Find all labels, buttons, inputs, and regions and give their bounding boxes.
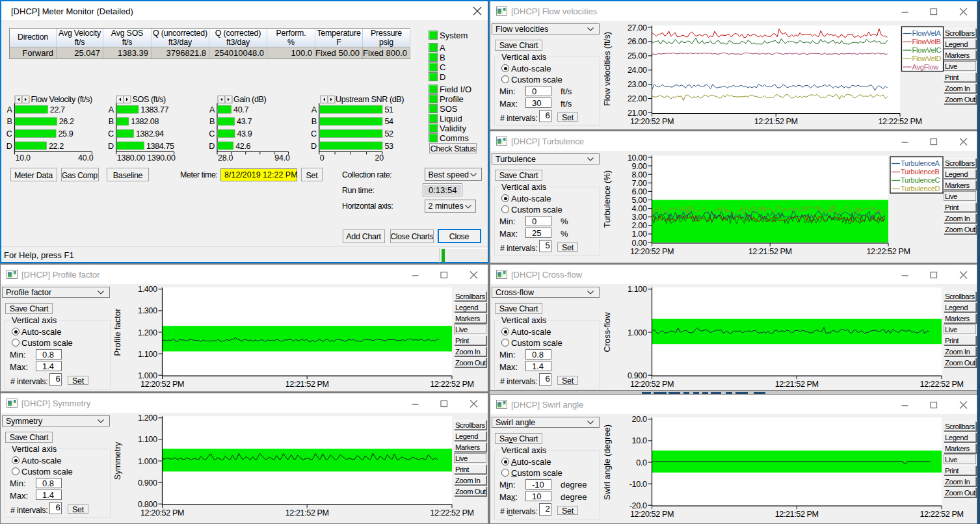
svg-text:1382.08: 1382.08 [131, 117, 159, 126]
svg-text:TurbulenceD: TurbulenceD [901, 185, 940, 192]
svg-text:24.00: 24.00 [628, 66, 647, 75]
svg-text:10.0: 10.0 [632, 436, 647, 445]
svg-text:12:21:52 PM: 12:21:52 PM [775, 510, 819, 519]
svg-text:22.00: 22.00 [628, 94, 647, 103]
svg-text:12:21:52 PM: 12:21:52 PM [775, 380, 819, 389]
svg-text:0.0: 0.0 [636, 458, 647, 467]
svg-text:0.900: 0.900 [628, 371, 647, 380]
svg-text:B: B [311, 117, 317, 126]
svg-text:D: D [7, 142, 12, 151]
svg-text:-10.0: -10.0 [629, 480, 647, 489]
svg-text:C: C [7, 129, 12, 138]
svg-text:C: C [108, 129, 114, 138]
svg-text:1384.75: 1384.75 [146, 142, 174, 151]
svg-text:12:21:52 PM: 12:21:52 PM [754, 117, 798, 126]
svg-text:AvgFlow: AvgFlow [912, 63, 939, 71]
svg-text:22.7: 22.7 [50, 105, 65, 114]
svg-text:12:20:52 PM: 12:20:52 PM [630, 247, 674, 256]
svg-text:0: 0 [320, 153, 324, 163]
svg-text:1.100: 1.100 [628, 285, 647, 294]
svg-text:-20.0: -20.0 [629, 501, 647, 510]
svg-text:0.900: 0.900 [138, 478, 157, 488]
svg-text:12:22:52 PM: 12:22:52 PM [430, 508, 473, 517]
svg-text:1.000: 1.000 [138, 371, 157, 380]
svg-text:D: D [311, 142, 317, 151]
svg-text:1.00: 1.00 [632, 229, 647, 239]
svg-text:12:20:52 PM: 12:20:52 PM [140, 380, 184, 389]
svg-text:25.9: 25.9 [59, 129, 73, 138]
svg-text:12:22:52 PM: 12:22:52 PM [878, 117, 921, 126]
svg-text:27.00: 27.00 [628, 23, 647, 33]
svg-text:8.00: 8.00 [632, 170, 647, 179]
svg-text:23.00: 23.00 [628, 80, 647, 89]
svg-text:D: D [209, 142, 215, 151]
svg-text:FlowVelD: FlowVelD [912, 55, 942, 62]
svg-text:B: B [109, 117, 114, 126]
svg-text:A: A [7, 105, 13, 114]
svg-text:6.00: 6.00 [632, 187, 647, 196]
svg-text:1.300: 1.300 [138, 306, 157, 315]
svg-text:22.2: 22.2 [49, 142, 64, 151]
svg-text:1.100: 1.100 [138, 435, 157, 444]
svg-text:1.200: 1.200 [138, 413, 157, 423]
svg-text:25.00: 25.00 [628, 51, 647, 60]
svg-text:40.0: 40.0 [78, 153, 94, 163]
svg-text:FlowVelC: FlowVelC [912, 46, 942, 54]
svg-text:A: A [311, 105, 317, 114]
svg-text:SOS (ft/s): SOS (ft/s) [133, 95, 166, 104]
svg-text:12:20:52 PM: 12:20:52 PM [630, 117, 674, 126]
svg-text:C: C [209, 129, 215, 138]
svg-text:51: 51 [384, 105, 393, 114]
svg-text:2.00: 2.00 [632, 221, 647, 230]
svg-text:TurbulenceA: TurbulenceA [901, 159, 940, 167]
svg-text:20: 20 [375, 153, 384, 163]
svg-text:TurbulenceC: TurbulenceC [901, 176, 940, 184]
svg-text:12:21:52 PM: 12:21:52 PM [748, 247, 792, 256]
svg-text:Upstream SNR (dB): Upstream SNR (dB) [336, 95, 404, 104]
svg-text:12:22:52 PM: 12:22:52 PM [920, 380, 963, 389]
svg-text:26.00: 26.00 [628, 37, 647, 46]
svg-text:0.800: 0.800 [138, 500, 157, 509]
svg-text:FlowVelB: FlowVelB [912, 38, 941, 46]
svg-text:FlowVelA: FlowVelA [912, 29, 942, 37]
svg-text:1383.77: 1383.77 [140, 105, 168, 114]
svg-text:A: A [209, 105, 215, 114]
svg-text:0.00: 0.00 [632, 239, 647, 248]
svg-text:1.100: 1.100 [138, 350, 157, 359]
svg-text:5.00: 5.00 [632, 196, 647, 205]
svg-text:C: C [311, 129, 317, 138]
svg-text:40.7: 40.7 [233, 105, 248, 114]
svg-text:26.2: 26.2 [59, 117, 74, 126]
svg-text:1.200: 1.200 [138, 328, 157, 337]
svg-text:21.00: 21.00 [628, 109, 647, 118]
svg-text:42.6: 42.6 [235, 142, 250, 151]
svg-text:10.0: 10.0 [16, 153, 31, 163]
svg-text:52: 52 [384, 129, 393, 138]
svg-text:54: 54 [384, 117, 393, 126]
svg-text:TurbulenceB: TurbulenceB [901, 168, 940, 176]
svg-text:43.7: 43.7 [237, 117, 252, 126]
svg-text:12:22:52 PM: 12:22:52 PM [866, 247, 910, 256]
svg-text:94.0: 94.0 [274, 153, 290, 163]
svg-text:A: A [109, 105, 114, 114]
svg-text:20.0: 20.0 [632, 415, 647, 424]
svg-text:1380.00: 1380.00 [117, 153, 146, 163]
svg-text:7.00: 7.00 [632, 179, 647, 188]
svg-text:1.000: 1.000 [628, 328, 647, 337]
svg-text:12:20:52 PM: 12:20:52 PM [630, 380, 674, 389]
svg-text:53: 53 [384, 142, 393, 151]
svg-text:B: B [7, 117, 12, 126]
svg-text:Gain (dB): Gain (dB) [233, 95, 266, 104]
svg-text:43.9: 43.9 [237, 129, 252, 138]
svg-text:9.00: 9.00 [632, 162, 647, 171]
svg-text:12:22:52 PM: 12:22:52 PM [430, 380, 473, 389]
svg-text:1390.00: 1390.00 [147, 153, 176, 163]
svg-text:Flow Velocity (ft/s): Flow Velocity (ft/s) [31, 95, 92, 104]
svg-text:1382.94: 1382.94 [136, 129, 164, 138]
svg-text:10.00: 10.00 [628, 153, 647, 163]
svg-text:D: D [108, 142, 114, 151]
svg-text:B: B [209, 117, 215, 126]
svg-text:4.00: 4.00 [632, 204, 647, 213]
svg-text:1.400: 1.400 [138, 285, 157, 294]
svg-text:12:22:52 PM: 12:22:52 PM [920, 510, 963, 519]
